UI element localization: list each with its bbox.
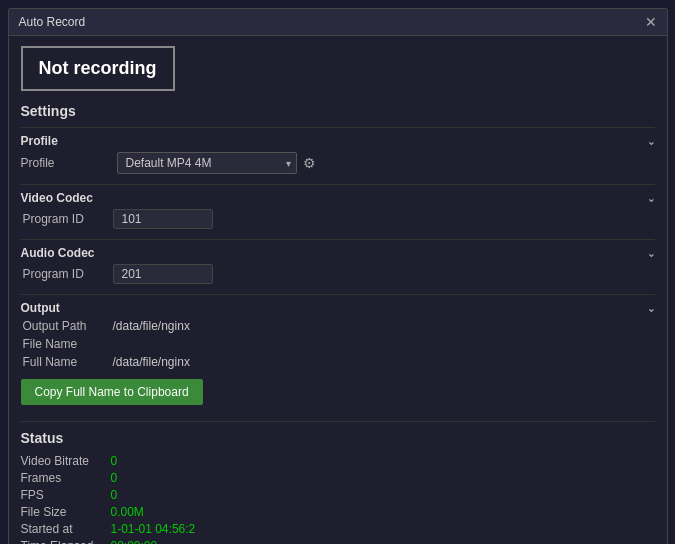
video-bitrate-row: Video Bitrate 0 <box>21 454 655 468</box>
time-elapsed-row: Time Elapsed 00:00:00 <box>21 539 655 544</box>
video-program-id-input[interactable] <box>113 209 213 229</box>
status-section: Status Video Bitrate 0 Frames 0 FPS 0 Fi… <box>21 421 655 544</box>
audio-codec-section-label: Audio Codec <box>21 246 95 260</box>
fps-value: 0 <box>111 488 118 502</box>
video-codec-section-label: Video Codec <box>21 191 93 205</box>
profile-field-label: Profile <box>21 156 111 170</box>
file-name-label: File Name <box>23 337 113 351</box>
window-title: Auto Record <box>19 15 86 29</box>
recording-status-box: Not recording <box>21 46 175 91</box>
window-content: Not recording Settings Profile ⌄ Profile… <box>9 36 667 544</box>
audio-codec-header: Audio Codec ⌄ <box>21 246 655 260</box>
profile-group: Profile ⌄ Profile Default MP4 4M Default… <box>21 127 655 184</box>
time-elapsed-value: 00:00:00 <box>111 539 158 544</box>
full-name-value: /data/file/nginx <box>113 355 190 369</box>
gear-icon[interactable]: ⚙ <box>303 155 316 171</box>
status-title: Status <box>21 430 655 446</box>
audio-program-id-input[interactable] <box>113 264 213 284</box>
profile-row: Profile Default MP4 4M Default MP4 8M De… <box>21 152 655 174</box>
video-program-id-label: Program ID <box>23 212 113 226</box>
started-at-label: Started at <box>21 522 111 536</box>
frames-row: Frames 0 <box>21 471 655 485</box>
file-size-value: 0.00M <box>111 505 144 519</box>
video-codec-group: Video Codec ⌄ Program ID <box>21 184 655 239</box>
video-codec-chevron-icon[interactable]: ⌄ <box>647 193 655 204</box>
copy-full-name-button[interactable]: Copy Full Name to Clipboard <box>21 379 203 405</box>
profile-chevron-icon[interactable]: ⌄ <box>647 136 655 147</box>
output-path-row: Output Path /data/file/nginx <box>21 319 655 333</box>
auto-record-window: Auto Record ✕ Not recording Settings Pro… <box>8 8 668 544</box>
audio-program-id-label: Program ID <box>23 267 113 281</box>
video-codec-header: Video Codec ⌄ <box>21 191 655 205</box>
started-at-row: Started at 1-01-01 04:56:2 <box>21 522 655 536</box>
file-size-label: File Size <box>21 505 111 519</box>
profile-select[interactable]: Default MP4 4M Default MP4 8M Default MP… <box>117 152 297 174</box>
full-name-label: Full Name <box>23 355 113 369</box>
output-section-header: Output ⌄ <box>21 301 655 315</box>
fps-label: FPS <box>21 488 111 502</box>
video-codec-row: Program ID <box>21 209 655 229</box>
profile-section-header: Profile ⌄ <box>21 134 655 148</box>
output-path-label: Output Path <box>23 319 113 333</box>
output-section-label: Output <box>21 301 60 315</box>
audio-codec-chevron-icon[interactable]: ⌄ <box>647 248 655 259</box>
full-name-row: Full Name /data/file/nginx <box>21 355 655 369</box>
video-bitrate-value: 0 <box>111 454 118 468</box>
settings-section: Settings Profile ⌄ Profile Default MP4 4… <box>21 103 655 421</box>
audio-codec-group: Audio Codec ⌄ Program ID <box>21 239 655 294</box>
frames-value: 0 <box>111 471 118 485</box>
time-elapsed-label: Time Elapsed <box>21 539 111 544</box>
profile-select-wrap: Default MP4 4M Default MP4 8M Default MP… <box>117 152 297 174</box>
output-chevron-icon[interactable]: ⌄ <box>647 303 655 314</box>
title-bar: Auto Record ✕ <box>9 9 667 36</box>
audio-codec-row: Program ID <box>21 264 655 284</box>
file-size-row: File Size 0.00M <box>21 505 655 519</box>
close-button[interactable]: ✕ <box>645 15 657 29</box>
video-bitrate-label: Video Bitrate <box>21 454 111 468</box>
output-group: Output ⌄ Output Path /data/file/nginx Fi… <box>21 294 655 421</box>
started-at-value: 1-01-01 04:56:2 <box>111 522 196 536</box>
settings-title: Settings <box>21 103 655 119</box>
fps-row: FPS 0 <box>21 488 655 502</box>
frames-label: Frames <box>21 471 111 485</box>
recording-status-text: Not recording <box>39 58 157 78</box>
profile-section-label: Profile <box>21 134 58 148</box>
output-path-value: /data/file/nginx <box>113 319 190 333</box>
file-name-row: File Name <box>21 337 655 351</box>
